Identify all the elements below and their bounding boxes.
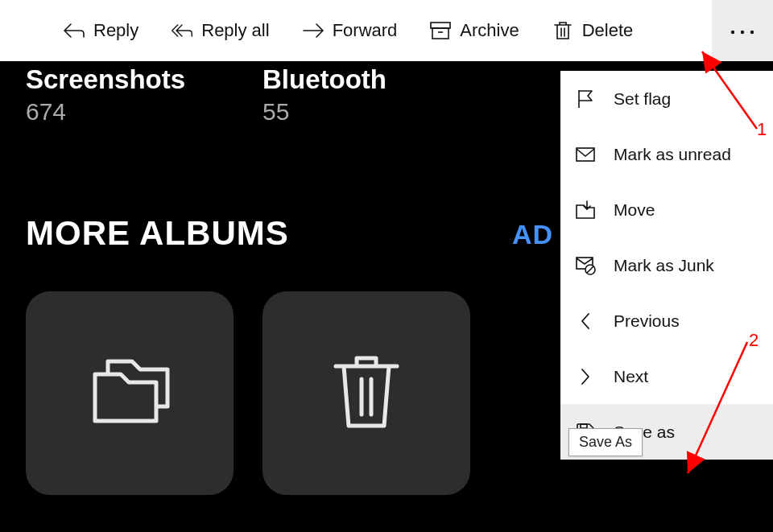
delete-icon: [552, 19, 574, 42]
reply-all-label: Reply all: [201, 20, 269, 41]
archive-button[interactable]: Archive: [413, 0, 535, 61]
menu-label: Set flag: [614, 89, 671, 109]
menu-next[interactable]: Next: [560, 348, 773, 404]
reply-all-button[interactable]: Reply all: [155, 0, 285, 61]
toolbar: Reply Reply all Forward Archive Delete: [0, 0, 773, 61]
svg-rect-0: [431, 23, 450, 28]
more-albums-heading: MORE ALBUMS: [26, 214, 289, 253]
move-icon: [573, 198, 597, 222]
menu-previous[interactable]: Previous: [560, 293, 773, 348]
envelope-icon: [573, 142, 597, 167]
menu-mark-as-unread[interactable]: Mark as unread: [560, 126, 773, 182]
reply-label: Reply: [93, 20, 138, 41]
delete-label: Delete: [582, 20, 634, 41]
menu-label: Next: [614, 367, 648, 386]
more-icon: [728, 20, 757, 41]
album-count-screenshots: 674: [26, 98, 66, 126]
archive-label: Archive: [460, 20, 519, 41]
svg-rect-1: [432, 28, 449, 39]
folder-stack-icon: [85, 353, 174, 433]
delete-button[interactable]: Delete: [535, 0, 650, 61]
menu-label: Move: [614, 200, 655, 220]
album-title-bluetooth: Bluetooth: [262, 64, 386, 95]
junk-icon: [573, 254, 597, 278]
trash-icon: [329, 352, 403, 435]
more-dropdown: Set flag Mark as unread Move Mark as Jun…: [560, 71, 773, 460]
forward-label: Forward: [333, 20, 398, 41]
svg-rect-6: [577, 148, 594, 161]
reply-all-icon: [171, 19, 193, 42]
forward-button[interactable]: Forward: [286, 0, 414, 61]
forward-icon: [302, 19, 324, 42]
album-box-folder[interactable]: [26, 291, 234, 495]
reply-button[interactable]: Reply: [47, 0, 155, 61]
reply-icon: [63, 19, 85, 42]
album-box-trash[interactable]: [262, 291, 470, 495]
svg-point-4: [741, 31, 744, 34]
menu-label: Previous: [614, 311, 680, 331]
album-count-bluetooth: 55: [262, 98, 289, 126]
menu-set-flag[interactable]: Set flag: [560, 71, 773, 126]
album-title-screenshots: Screenshots: [26, 64, 185, 95]
svg-point-3: [731, 31, 734, 34]
menu-move[interactable]: Move: [560, 182, 773, 237]
archive-icon: [429, 19, 452, 42]
menu-label: Mark as unread: [614, 145, 731, 164]
flag-icon: [573, 87, 597, 111]
menu-label: Mark as Junk: [614, 256, 714, 275]
chevron-left-icon: [573, 309, 597, 333]
save-as-tooltip: Save As: [568, 428, 643, 456]
add-button-text[interactable]: AD: [512, 219, 553, 250]
svg-rect-10: [581, 424, 587, 428]
more-button[interactable]: [712, 0, 773, 61]
menu-mark-as-junk[interactable]: Mark as Junk: [560, 237, 773, 293]
svg-point-5: [750, 31, 754, 34]
chevron-right-icon: [573, 365, 597, 389]
